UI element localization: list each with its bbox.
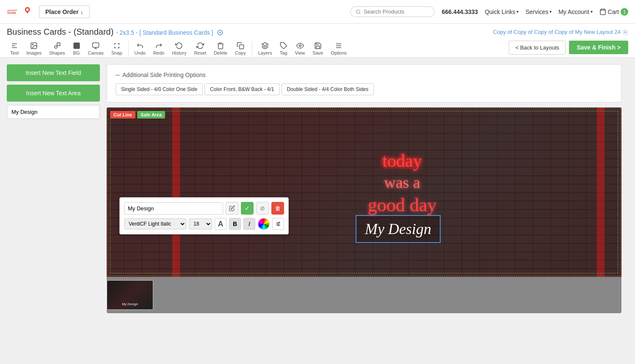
svg-point-20 <box>299 45 301 47</box>
undo-button[interactable]: Undo <box>131 40 149 57</box>
options-icon <box>335 42 342 50</box>
services-nav[interactable]: Services ▾ <box>525 8 552 15</box>
popup-delete-button[interactable]: 🗑 <box>271 202 284 215</box>
print-option-double-sided[interactable]: Double Sided - 4/4 Color Both Sides <box>282 83 374 95</box>
design-area: ─ Additional Side Printing Options Singl… <box>100 64 628 347</box>
cart-badge: 1 <box>621 8 628 16</box>
logo-area: postcard EDDM <box>7 3 32 21</box>
printing-options-panel: ─ Additional Side Printing Options Singl… <box>107 64 621 102</box>
svg-point-6 <box>356 10 360 13</box>
canvas-tool-button[interactable]: Canvas <box>85 40 107 57</box>
quick-links-nav[interactable]: Quick Links ▾ <box>485 8 519 15</box>
search-input[interactable] <box>364 8 429 15</box>
shapes-tool-button[interactable]: Shapes <box>46 40 68 57</box>
svg-point-13 <box>55 46 57 48</box>
sub-header: Business Cards - (Standard) - 2x3.5 - [ … <box>0 24 635 58</box>
svg-text:good day: good day <box>368 195 437 215</box>
save-finish-button[interactable]: Save & Finish > <box>569 41 628 54</box>
layers-button[interactable]: Layers <box>255 40 276 57</box>
thumbnail-item[interactable]: My Design <box>107 280 153 310</box>
text-icon <box>11 42 18 50</box>
options-button[interactable]: Options <box>327 40 350 57</box>
svg-rect-15 <box>74 43 80 49</box>
view-button[interactable]: View <box>292 40 309 57</box>
quick-links-chevron-icon: ▾ <box>516 9 519 14</box>
canvas-icon <box>92 42 99 50</box>
back-to-layouts-button[interactable]: < Back to Layouts <box>509 41 566 55</box>
canvas-badges: Cut Line Safe Area <box>110 111 165 119</box>
svg-rect-16 <box>93 43 99 47</box>
redo-button[interactable]: Redo <box>150 40 168 57</box>
my-design-input[interactable] <box>7 105 100 119</box>
insert-text-area-button[interactable]: Insert New Text Area <box>7 85 100 102</box>
svg-text:EDDM: EDDM <box>8 11 16 14</box>
font-size-select[interactable]: 12 14 16 18 20 24 <box>189 218 212 229</box>
thumbnail-strip: My Design <box>107 277 621 313</box>
neon-text-svg: today was a good day <box>339 141 466 226</box>
collapse-icon[interactable]: ─ <box>116 72 120 78</box>
svg-text:was a: was a <box>384 174 420 191</box>
thumbnail-bg: My Design <box>107 281 153 309</box>
canvas-design-text[interactable]: My Design <box>356 215 441 243</box>
images-tool-button[interactable]: Images <box>23 40 45 57</box>
layout-settings-icon[interactable] <box>622 29 628 35</box>
canvas-image[interactable]: today was a good day Cut Line Safe Area … <box>107 108 621 277</box>
place-order-button[interactable]: Place Order ↓ <box>39 6 90 18</box>
color-picker-button[interactable] <box>258 218 270 230</box>
bold-button[interactable]: B <box>229 218 241 230</box>
insert-text-field-button[interactable]: Insert New Text Field <box>7 64 100 81</box>
my-account-nav[interactable]: My Account ▾ <box>558 8 592 15</box>
layout-name: Copy of Copy of Copy of Copy of My New L… <box>493 29 628 35</box>
svg-point-10 <box>624 31 626 33</box>
undo-icon <box>136 42 144 50</box>
reset-icon <box>196 42 204 50</box>
reset-button[interactable]: Reset <box>190 40 210 57</box>
svg-point-3 <box>26 8 29 11</box>
print-option-single-sided[interactable]: Single Sided - 4/0 Color One Side <box>116 83 203 95</box>
popup-cancel-button[interactable]: ⊘ <box>256 202 269 215</box>
popup-row1: ✓ ⊘ 🗑 <box>124 202 284 215</box>
services-chevron-icon: ▾ <box>549 9 552 14</box>
font-select[interactable]: VentiCF Light Italic Arial Georgia <box>124 218 186 229</box>
safe-area-badge: Safe Area <box>137 111 165 119</box>
toolbar-actions: < Back to Layouts Save & Finish > <box>509 41 628 57</box>
cart-button[interactable]: Cart 1 <box>599 8 628 16</box>
left-panel: Insert New Text Field Insert New Text Ar… <box>7 64 100 347</box>
delete-button[interactable]: Delete <box>210 40 231 57</box>
italic-button[interactable]: I <box>243 218 255 230</box>
save-icon <box>314 42 322 50</box>
popup-row2: VentiCF Light Italic Arial Georgia 12 14… <box>124 218 284 230</box>
history-button[interactable]: History <box>168 40 190 57</box>
popup-edit-button[interactable] <box>226 202 238 215</box>
shapes-icon <box>53 42 61 50</box>
print-option-color-bw[interactable]: Color Front, B&W Back - 4/1 <box>204 83 279 95</box>
font-size-large-button[interactable]: A <box>215 218 226 230</box>
snap-tool-button[interactable]: Snap <box>108 40 126 57</box>
svg-point-5 <box>27 7 28 8</box>
phone-number: 666.444.3333 <box>442 8 478 15</box>
history-icon <box>175 42 183 50</box>
tag-button[interactable]: Tag <box>276 40 291 57</box>
search-box <box>350 6 435 17</box>
svg-point-30 <box>279 222 279 223</box>
bg-tool-button[interactable]: BG <box>69 40 84 57</box>
pencil-icon <box>229 205 235 211</box>
search-icon <box>356 9 361 15</box>
text-tool-button[interactable]: Text <box>7 40 22 57</box>
svg-point-12 <box>32 44 33 45</box>
svg-point-31 <box>277 223 278 224</box>
text-edit-popup: ✓ ⊘ 🗑 VentiCF Light Italic Arial Georgia… <box>119 197 289 234</box>
format-options-button[interactable] <box>272 218 284 230</box>
popup-text-input[interactable] <box>124 202 223 215</box>
save-button[interactable]: Save <box>309 40 326 57</box>
popup-confirm-button[interactable]: ✓ <box>241 202 254 215</box>
red-column-left <box>172 108 180 277</box>
header: postcard EDDM Place Order ↓ 666.444.3333… <box>0 0 635 24</box>
copy-button[interactable]: Copy <box>232 40 249 57</box>
svg-marker-18 <box>262 43 268 46</box>
view-icon <box>296 42 304 50</box>
main-content: Insert New Text Field Insert New Text Ar… <box>0 58 635 354</box>
thumbnail-text: My Design <box>122 302 138 306</box>
toolbar: Text Images Shapes BG Canvas <box>7 40 350 57</box>
settings-icon[interactable] <box>217 30 223 36</box>
